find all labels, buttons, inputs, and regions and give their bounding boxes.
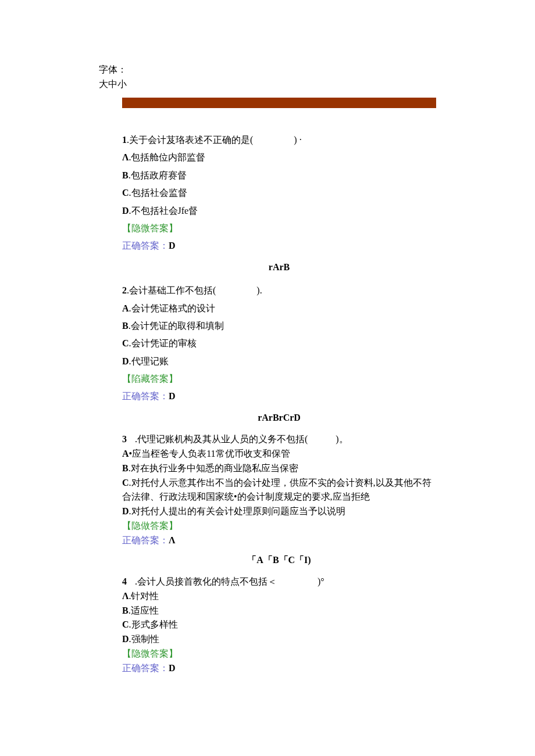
question-stem: 3.代理记账机构及其从业人员的义务不包括()。: [122, 432, 436, 447]
option-text: .对托付人示意其作出不当的会计处理，供应不实的会计资料,以及其他不符合法律、行政…: [122, 478, 431, 502]
option-c: C.对托付人示意其作出不当的会计处理，供应不实的会计资料,以及其他不符合法律、行…: [122, 476, 436, 505]
question-stem: 2.会计基础工作不包括().: [122, 282, 436, 299]
option-key: B: [122, 321, 129, 331]
answer-bubbles: rArB: [122, 259, 436, 276]
stem-post: ).: [256, 285, 262, 295]
correct-label: 正确答案：: [122, 391, 169, 401]
option-key: D: [122, 206, 129, 216]
toggle-answer-link[interactable]: 【隐微答案】: [122, 220, 436, 237]
question-number: 4: [122, 576, 127, 586]
question-1: 1.关于会计芨珞表述不正确的是() · Λ.包括舱位内部监督 B.包括政府赛督 …: [122, 131, 436, 276]
question-number: 1: [122, 135, 127, 145]
option-a: A•应当桎爸专人负表11常优币收支和保管: [122, 447, 436, 461]
correct-answer: 正确答案：D: [122, 661, 436, 676]
question-number: 2: [122, 285, 127, 295]
option-key: D: [122, 634, 129, 644]
option-c: C.包括社会监督: [122, 184, 436, 202]
stem-pre: .关于会计芨珞表述不正确的是(: [127, 135, 253, 145]
answer-bubbles: 「A「B「C「I): [122, 551, 436, 569]
option-text: .会计凭证格式的设计: [129, 303, 215, 313]
answer-bubbles: rArBrCrD: [122, 409, 436, 427]
option-text: .代理记账: [129, 356, 169, 366]
question-number: 3: [122, 434, 127, 444]
option-text: .会计凭证的审核: [129, 338, 197, 348]
question-stem: 1.关于会计芨珞表述不正确的是() ·: [122, 131, 436, 149]
stem-pre: .会计基础工作不包括(: [127, 285, 216, 295]
correct-label: 正确答案：: [122, 535, 169, 545]
content-area: 1.关于会计芨珞表述不正确的是() · Λ.包括舱位内部监督 B.包括政府赛督 …: [122, 131, 436, 676]
toggle-answer-link[interactable]: 【隐做答案】: [122, 519, 436, 533]
option-key: D: [122, 356, 129, 366]
question-4: 4.会计人员接首教化的特点不包括＜)° Λ.针对性 B.适应性 C.形式多样性 …: [122, 575, 436, 676]
stem-post: )。: [336, 434, 348, 444]
section-bar: [122, 98, 436, 108]
option-text: .包括政府赛督: [129, 170, 187, 180]
correct-label: 正确答案：: [122, 663, 169, 673]
option-text: .包括社会监督: [129, 188, 187, 198]
question-stem: 4.会计人员接首教化的特点不包括＜)°: [122, 575, 436, 589]
stem-post: ) ·: [294, 135, 301, 145]
option-key: Λ: [122, 591, 129, 601]
correct-value: Λ: [169, 535, 175, 545]
correct-value: D: [169, 391, 176, 401]
correct-answer: 正确答案：Λ: [122, 533, 436, 548]
correct-answer: 正确答案：D: [122, 237, 436, 255]
option-key: B: [122, 170, 129, 180]
correct-value: D: [169, 663, 176, 673]
option-text: .对托付人提出的有关会计处理原则问题应当予以说明: [129, 506, 345, 516]
correct-answer: 正确答案：D: [122, 388, 436, 405]
option-text: .形式多样性: [129, 619, 178, 629]
option-key: B: [122, 605, 129, 615]
option-b: B.适应性: [122, 604, 436, 618]
font-size-links[interactable]: 大中小: [99, 78, 436, 91]
option-d: D.代理记账: [122, 353, 436, 370]
option-key: C: [122, 188, 129, 198]
option-d: D.对托付人提出的有关会计处理原则问题应当予以说明: [122, 504, 436, 519]
option-key: Λ: [122, 152, 129, 162]
option-text: .对在执行业务中知悉的商业隐私应当保密: [129, 463, 298, 473]
option-a: Λ.针对性: [122, 589, 436, 604]
toggle-answer-link[interactable]: 【陷藏答案】: [122, 370, 436, 388]
option-text: .会计凭证的取得和填制: [129, 321, 224, 331]
option-key: B: [122, 463, 129, 473]
option-c: C.会计凭证的审核: [122, 335, 436, 352]
option-key: A: [122, 449, 129, 458]
correct-label: 正确答案：: [122, 241, 169, 250]
option-a: A.会计凭证格式的设计: [122, 300, 436, 317]
option-c: C.形式多样性: [122, 618, 436, 632]
correct-value: D: [169, 241, 176, 250]
font-label: 字体：: [99, 64, 436, 76]
question-2: 2.会计基础工作不包括(). A.会计凭证格式的设计 B.会计凭证的取得和填制 …: [122, 282, 436, 427]
option-text: .适应性: [129, 605, 159, 615]
option-key: D: [122, 506, 129, 516]
stem-pre: .会计人员接首教化的特点不包括＜: [135, 576, 277, 586]
option-text: .包括舱位内部监督: [129, 152, 205, 162]
stem-post: )°: [318, 576, 324, 586]
option-d: D.强制性: [122, 632, 436, 647]
toggle-answer-link[interactable]: 【隐微答案】: [122, 647, 436, 661]
option-key: A: [122, 303, 129, 313]
option-text: •应当桎爸专人负表11常优币收支和保管: [129, 449, 290, 458]
option-b: B.包括政府赛督: [122, 167, 436, 184]
option-b: B.会计凭证的取得和填制: [122, 317, 436, 335]
option-key: C: [122, 478, 129, 488]
option-text: .强制性: [129, 634, 159, 644]
option-a: Λ.包括舱位内部监督: [122, 149, 436, 166]
option-key: C: [122, 619, 129, 629]
option-b: B.对在执行业务中知悉的商业隐私应当保密: [122, 461, 436, 476]
option-key: C: [122, 338, 129, 348]
stem-pre: .代理记账机构及其从业人员的义务不包括(: [135, 434, 308, 444]
option-d: D.不包括社会Jfe督: [122, 202, 436, 220]
question-3: 3.代理记账机构及其从业人员的义务不包括()。 A•应当桎爸专人负表11常优币收…: [122, 432, 436, 569]
option-text: .不包括社会Jfe督: [129, 206, 198, 216]
option-text: .针对性: [129, 591, 159, 601]
